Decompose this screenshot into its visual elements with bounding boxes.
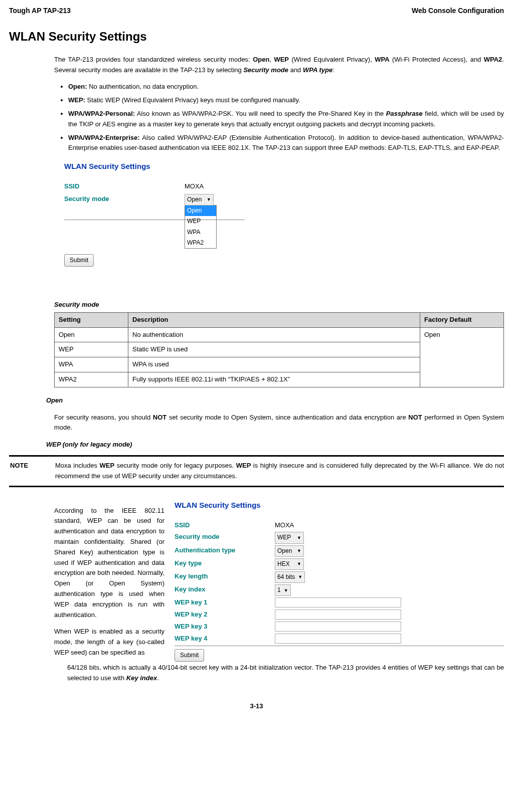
cell: Fully supports IEEE 802.11i with “TKIP/A… xyxy=(128,372,420,387)
th-description: Description xyxy=(128,312,420,327)
wep-key3-label: WEP key 3 xyxy=(175,622,275,632)
cell: WPA is used xyxy=(128,357,420,372)
cell: WEP xyxy=(55,342,128,357)
note-text: Moxa includes WEP security mode only for… xyxy=(55,461,504,482)
key-index-label: Key index xyxy=(175,584,275,596)
wep-para-1: According to the IEEE 802.11 standard, W… xyxy=(54,506,164,621)
cell: Open xyxy=(55,327,128,342)
section-title: WLAN Security Settings xyxy=(9,27,504,46)
open-paragraph: For security reasons, you should NOT set… xyxy=(54,413,504,434)
list-item: WPA/WPA2-Enterprise: Also called WPA/WPA… xyxy=(68,133,504,154)
submit-button[interactable]: Submit xyxy=(64,254,94,267)
table-caption: Security mode xyxy=(54,300,504,310)
ssid-label: SSID xyxy=(64,181,185,192)
intro-paragraph: The TAP-213 provides four standardized w… xyxy=(54,55,504,76)
security-mode-select[interactable]: Open▼ xyxy=(185,194,214,206)
page-header: Tough AP TAP-213 Web Console Configurati… xyxy=(9,5,504,16)
chevron-down-icon: ▼ xyxy=(297,560,301,567)
panel-title: WLAN Security Settings xyxy=(175,499,504,511)
page-number: 3-13 xyxy=(9,701,504,712)
chevron-down-icon: ▼ xyxy=(297,547,301,554)
panel-title: WLAN Security Settings xyxy=(64,160,504,172)
option-wpa2[interactable]: WPA2 xyxy=(185,238,216,248)
wep-key3-input[interactable] xyxy=(275,622,401,632)
key-length-label: Key length xyxy=(175,571,275,583)
key-index-select[interactable]: 1▼ xyxy=(275,584,291,596)
wep-key1-input[interactable] xyxy=(275,597,401,607)
chevron-down-icon: ▼ xyxy=(284,587,288,594)
auth-type-label: Authentication type xyxy=(175,545,275,557)
option-wpa[interactable]: WPA xyxy=(185,227,216,238)
security-mode-table: Setting Description Factory Default Open… xyxy=(54,312,504,387)
list-item: WEP: Static WEP (Wired Equivalent Privac… xyxy=(68,95,504,106)
chevron-down-icon: ▼ xyxy=(298,573,302,580)
wep-key4-label: WEP key 4 xyxy=(175,634,275,644)
security-mode-label: Security mode xyxy=(175,532,275,543)
list-item: Open: No authentication, no data encrypt… xyxy=(68,82,504,92)
security-mode-options[interactable]: Open WEP WPA WPA2 xyxy=(185,205,217,249)
wep-key1-label: WEP key 1 xyxy=(175,597,275,608)
wep-key2-input[interactable] xyxy=(275,610,401,620)
mode-bullet-list: Open: No authentication, no data encrypt… xyxy=(54,82,504,153)
screenshot-open-mode: WLAN Security Settings SSID MOXA Securit… xyxy=(64,160,504,290)
note-label: NOTE xyxy=(9,461,55,482)
th-default: Factory Default xyxy=(420,312,504,327)
auth-type-select[interactable]: Open▼ xyxy=(275,545,304,557)
screenshot-wep-mode: WLAN Security Settings SSIDMOXA Security… xyxy=(175,499,504,662)
ssid-value: MOXA xyxy=(185,181,265,192)
ssid-label: SSID xyxy=(175,520,275,531)
cell: WPA2 xyxy=(55,372,128,387)
open-subhead: Open xyxy=(46,395,504,406)
key-type-select[interactable]: HEX▼ xyxy=(275,558,304,570)
wep-key4-input[interactable] xyxy=(275,634,401,644)
security-mode-label: Security mode xyxy=(64,194,185,205)
option-open[interactable]: Open xyxy=(185,206,216,216)
list-item: WPA/WPA2-Personal: Also known as WPA/WPA… xyxy=(68,109,504,130)
wep-subhead: WEP (only for legacy mode) xyxy=(46,440,504,450)
chevron-down-icon: ▼ xyxy=(207,196,211,203)
chevron-down-icon: ▼ xyxy=(297,534,301,541)
submit-button[interactable]: Submit xyxy=(175,649,204,662)
option-wep[interactable]: WEP xyxy=(185,216,216,227)
wep-para-3: 64/128 bits, which is actually a 40/104-… xyxy=(67,663,504,684)
cell-default: Open xyxy=(420,327,504,387)
key-length-select[interactable]: 64 bits▼ xyxy=(275,571,305,583)
key-type-label: Key type xyxy=(175,558,275,570)
note-block: NOTE Moxa includes WEP security mode onl… xyxy=(9,455,504,487)
ssid-value: MOXA xyxy=(275,520,355,531)
th-setting: Setting xyxy=(55,312,128,327)
security-mode-select[interactable]: WEP▼ xyxy=(275,532,304,543)
header-right: Web Console Configuration xyxy=(412,5,504,16)
header-left: Tough AP TAP-213 xyxy=(9,5,71,16)
cell: Static WEP is used xyxy=(128,342,420,357)
cell: WPA xyxy=(55,357,128,372)
wep-para-2: When WEP is enabled as a security mode, … xyxy=(54,627,164,658)
wep-key2-label: WEP key 2 xyxy=(175,610,275,620)
cell: No authentication xyxy=(128,327,420,342)
